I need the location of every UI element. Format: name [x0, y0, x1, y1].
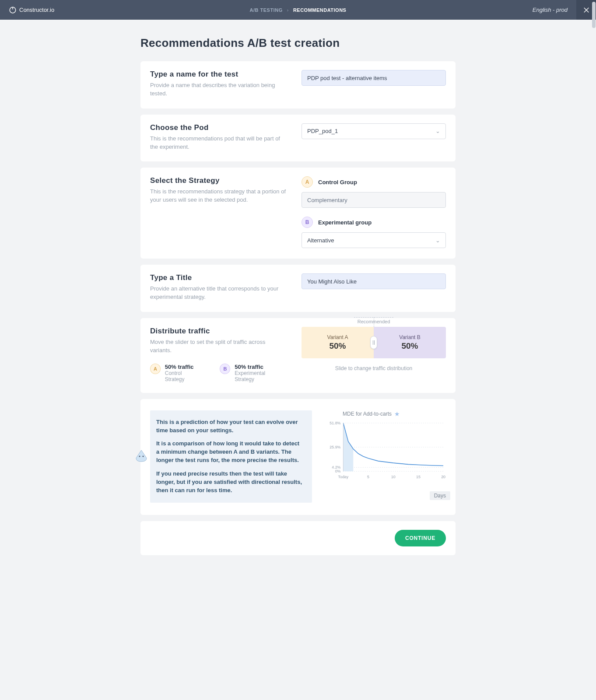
legend-b-title: 50% traffic	[235, 364, 286, 370]
name-label: Type a name for the test	[150, 70, 286, 79]
legend-badge-a-icon: A	[150, 364, 161, 374]
chevron-down-icon: ⌄	[435, 237, 440, 244]
traffic-slider-wrap: Recommended Variant A 50% Variant B 50%	[302, 327, 446, 371]
svg-point-4	[139, 456, 140, 457]
variant-b-pct: 50%	[401, 341, 418, 351]
prediction-para-1: This is a prediction of how your test ca…	[156, 418, 303, 435]
page-title: Recommendations A/B test creation	[140, 36, 456, 50]
mde-chart-svg: 51.8%25.9%4.2%0%Today5101520	[325, 420, 446, 481]
svg-text:5: 5	[367, 475, 369, 479]
strategy-label: Select the Strategy	[150, 176, 286, 185]
traffic-card: Distribute traffic Move the slider to se…	[140, 318, 456, 393]
legend-b-sub: Experimental Strategy	[235, 370, 286, 382]
slider-handle[interactable]	[370, 336, 377, 349]
control-strategy-display: Complementary	[302, 192, 446, 208]
legend-badge-b-icon: B	[220, 364, 230, 374]
name-card: Type a name for the test Provide a name …	[140, 61, 456, 108]
env-label[interactable]: English - prod	[533, 7, 576, 13]
svg-point-5	[143, 456, 144, 457]
continue-button[interactable]: CONTINUE	[395, 530, 446, 546]
mde-chart: MDE for Add-to-carts ★ 51.8%25.9%4.2%0%T…	[325, 410, 446, 503]
brand: Constructor.io	[9, 6, 54, 14]
prediction-card: This is a prediction of how your test ca…	[140, 399, 456, 515]
recommended-line	[374, 317, 374, 327]
chart-xlabel: Days	[430, 491, 450, 500]
chart-title: MDE for Add-to-carts ★	[343, 410, 446, 417]
title-input[interactable]: You Might Also Like	[302, 273, 446, 289]
badge-b-icon: B	[302, 217, 313, 228]
footer-card: CONTINUE	[140, 521, 456, 555]
title-desc: Provide an alternative title that corres…	[150, 285, 286, 301]
slider-variant-a: Variant A 50%	[302, 327, 374, 358]
chevron-down-icon: ⌄	[435, 128, 440, 134]
control-group-text: Control Group	[318, 179, 357, 186]
title-label: Type a Title	[150, 273, 286, 282]
breadcrumb-section[interactable]: A/B TESTING	[250, 7, 283, 13]
traffic-label: Distribute traffic	[150, 327, 286, 336]
legend-item-b: B 50% traffic Experimental Strategy	[220, 364, 286, 382]
variant-a-name: Variant A	[327, 334, 348, 340]
pod-select[interactable]: PDP_pod_1 ⌄	[302, 123, 446, 139]
slider-caption: Slide to change traffic distribution	[302, 365, 446, 371]
scrollbar-thumb[interactable]	[592, 2, 596, 28]
experimental-group-text: Experimental group	[318, 219, 372, 226]
traffic-desc: Move the slider to set the split of traf…	[150, 338, 286, 355]
legend-item-a: A 50% traffic Control Strategy	[150, 364, 202, 382]
chevron-right-icon: ›	[287, 7, 289, 13]
name-desc: Provide a name that describes the variat…	[150, 81, 286, 98]
breadcrumb-current: RECOMMENDATIONS	[293, 7, 347, 13]
prediction-para-2: It is a comparison of how long it would …	[156, 440, 303, 465]
title-card: Type a Title Provide an alternative titl…	[140, 265, 456, 312]
close-icon	[582, 6, 590, 14]
strategy-desc: This is the recommendations strategy tha…	[150, 188, 286, 204]
legend-a-title: 50% traffic	[165, 364, 203, 370]
pod-desc: This is the recommendations pod that wil…	[150, 135, 286, 151]
pod-selected-value: PDP_pod_1	[307, 128, 338, 134]
brand-name: Constructor.io	[19, 7, 54, 13]
prediction-text-box: This is a prediction of how your test ca…	[150, 410, 312, 503]
strategy-card: Select the Strategy This is the recommen…	[140, 168, 456, 259]
svg-text:0%: 0%	[335, 469, 341, 473]
title-value: You Might Also Like	[307, 278, 357, 285]
svg-text:25.9%: 25.9%	[330, 445, 340, 449]
test-name-input[interactable]: PDP pod test - alternative items	[302, 70, 446, 86]
header-right: English - prod	[533, 0, 596, 20]
svg-text:Today: Today	[338, 475, 349, 479]
slider-variant-b: Variant B 50%	[374, 327, 446, 358]
control-strategy-value: Complementary	[307, 197, 347, 203]
variant-a-pct: 50%	[329, 341, 346, 351]
experimental-group-label: B Experimental group	[302, 217, 446, 228]
chart-title-text: MDE for Add-to-carts	[343, 411, 392, 417]
page: Recommendations A/B test creation Type a…	[140, 20, 456, 573]
star-icon: ★	[394, 410, 400, 417]
svg-text:15: 15	[416, 475, 421, 479]
control-group-label: A Control Group	[302, 176, 446, 188]
app-header: Constructor.io A/B TESTING › RECOMMENDAT…	[0, 0, 596, 20]
experimental-strategy-select[interactable]: Alternative ⌄	[302, 232, 446, 248]
variant-b-name: Variant B	[399, 334, 420, 340]
svg-text:51.8%: 51.8%	[330, 421, 340, 425]
svg-text:20: 20	[441, 475, 445, 479]
prediction-para-3: If you need precise results then the tes…	[156, 470, 303, 495]
traffic-slider[interactable]: Variant A 50% Variant B 50%	[302, 327, 446, 358]
experimental-strategy-value: Alternative	[307, 237, 334, 244]
brand-logo-icon	[9, 6, 17, 14]
pod-card: Choose the Pod This is the recommendatio…	[140, 115, 456, 162]
legend-a-sub: Control Strategy	[165, 370, 203, 382]
breadcrumb: A/B TESTING › RECOMMENDATIONS	[250, 7, 347, 13]
svg-text:10: 10	[391, 475, 396, 479]
test-name-value: PDP pod test - alternative items	[307, 75, 387, 81]
pod-label: Choose the Pod	[150, 123, 286, 132]
mascot-icon	[133, 448, 149, 464]
badge-a-icon: A	[302, 176, 313, 188]
